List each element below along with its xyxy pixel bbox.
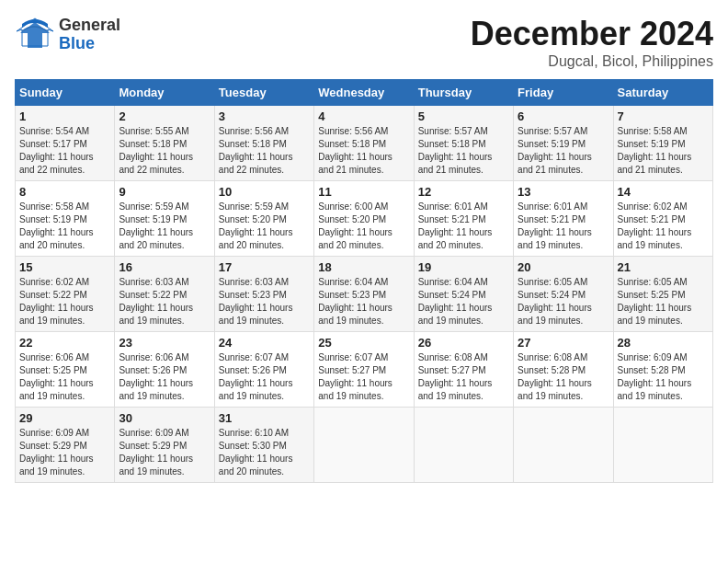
day-number: 20: [518, 260, 609, 274]
day-cell: [414, 408, 513, 483]
day-info: Sunrise: 6:09 AM Sunset: 5:29 PM Dayligh…: [119, 427, 210, 478]
week-row-3: 15Sunrise: 6:02 AM Sunset: 5:22 PM Dayli…: [16, 257, 713, 332]
day-number: 26: [418, 336, 509, 350]
day-number: 6: [518, 109, 609, 123]
logo: General Blue: [15, 15, 120, 55]
day-info: Sunrise: 5:59 AM Sunset: 5:20 PM Dayligh…: [219, 201, 310, 252]
day-number: 7: [618, 109, 709, 123]
day-info: Sunrise: 5:56 AM Sunset: 5:18 PM Dayligh…: [318, 125, 409, 177]
day-number: 27: [518, 336, 609, 350]
calendar-header-row: SundayMondayTuesdayWednesdayThursdayFrid…: [16, 80, 713, 106]
day-number: 4: [318, 109, 409, 123]
day-number: 23: [119, 336, 210, 350]
day-info: Sunrise: 6:04 AM Sunset: 5:24 PM Dayligh…: [418, 276, 509, 327]
day-cell: 4Sunrise: 5:56 AM Sunset: 5:18 PM Daylig…: [314, 106, 414, 181]
logo-general: General: [59, 17, 120, 35]
logo-icon: [15, 15, 55, 55]
location-title: Dugcal, Bicol, Philippines: [471, 53, 713, 70]
day-cell: 21Sunrise: 6:05 AM Sunset: 5:25 PM Dayli…: [613, 257, 712, 332]
day-cell: 28Sunrise: 6:09 AM Sunset: 5:28 PM Dayli…: [613, 332, 712, 408]
day-number: 1: [19, 109, 110, 123]
day-number: 14: [618, 185, 709, 199]
day-cell: 31Sunrise: 6:10 AM Sunset: 5:30 PM Dayli…: [214, 408, 313, 483]
day-cell: 1Sunrise: 5:54 AM Sunset: 5:17 PM Daylig…: [16, 106, 115, 181]
day-info: Sunrise: 5:57 AM Sunset: 5:18 PM Dayligh…: [418, 125, 509, 177]
day-info: Sunrise: 6:06 AM Sunset: 5:25 PM Dayligh…: [19, 351, 110, 403]
header-monday: Monday: [115, 80, 214, 106]
day-number: 3: [219, 109, 310, 123]
day-cell: 10Sunrise: 5:59 AM Sunset: 5:20 PM Dayli…: [214, 181, 313, 257]
page-header: General Blue December 2024 Dugcal, Bicol…: [15, 15, 713, 70]
day-info: Sunrise: 5:56 AM Sunset: 5:18 PM Dayligh…: [219, 125, 310, 177]
day-cell: 26Sunrise: 6:08 AM Sunset: 5:27 PM Dayli…: [414, 332, 513, 408]
day-info: Sunrise: 6:03 AM Sunset: 5:23 PM Dayligh…: [219, 276, 310, 327]
day-number: 15: [19, 260, 110, 274]
day-number: 18: [318, 260, 409, 274]
day-number: 29: [19, 411, 110, 425]
header-thursday: Thursday: [414, 80, 513, 106]
day-cell: 9Sunrise: 5:59 AM Sunset: 5:19 PM Daylig…: [115, 181, 214, 257]
day-number: 22: [19, 336, 110, 350]
day-cell: 6Sunrise: 5:57 AM Sunset: 5:19 PM Daylig…: [514, 106, 613, 181]
day-info: Sunrise: 5:59 AM Sunset: 5:19 PM Dayligh…: [119, 201, 210, 252]
day-cell: [613, 408, 712, 483]
logo-text: General Blue: [59, 17, 120, 53]
calendar-table: SundayMondayTuesdayWednesdayThursdayFrid…: [15, 79, 713, 483]
header-friday: Friday: [514, 80, 613, 106]
day-cell: 30Sunrise: 6:09 AM Sunset: 5:29 PM Dayli…: [115, 408, 214, 483]
day-cell: 2Sunrise: 5:55 AM Sunset: 5:18 PM Daylig…: [115, 106, 214, 181]
logo-blue: Blue: [59, 35, 120, 53]
day-cell: 7Sunrise: 5:58 AM Sunset: 5:19 PM Daylig…: [613, 106, 712, 181]
day-cell: [314, 408, 414, 483]
day-number: 28: [618, 336, 709, 350]
day-number: 24: [219, 336, 310, 350]
header-wednesday: Wednesday: [314, 80, 414, 106]
day-cell: 12Sunrise: 6:01 AM Sunset: 5:21 PM Dayli…: [414, 181, 513, 257]
day-cell: 14Sunrise: 6:02 AM Sunset: 5:21 PM Dayli…: [613, 181, 712, 257]
day-cell: 24Sunrise: 6:07 AM Sunset: 5:26 PM Dayli…: [214, 332, 313, 408]
day-info: Sunrise: 6:10 AM Sunset: 5:30 PM Dayligh…: [219, 427, 310, 478]
day-cell: 27Sunrise: 6:08 AM Sunset: 5:28 PM Dayli…: [514, 332, 613, 408]
day-number: 10: [219, 185, 310, 199]
day-info: Sunrise: 6:07 AM Sunset: 5:26 PM Dayligh…: [219, 351, 310, 403]
header-tuesday: Tuesday: [214, 80, 313, 106]
day-cell: 11Sunrise: 6:00 AM Sunset: 5:20 PM Dayli…: [314, 181, 414, 257]
day-cell: 18Sunrise: 6:04 AM Sunset: 5:23 PM Dayli…: [314, 257, 414, 332]
day-info: Sunrise: 6:09 AM Sunset: 5:29 PM Dayligh…: [19, 427, 110, 478]
title-area: December 2024 Dugcal, Bicol, Philippines: [471, 15, 713, 70]
day-number: 8: [19, 185, 110, 199]
day-info: Sunrise: 6:00 AM Sunset: 5:20 PM Dayligh…: [318, 201, 409, 252]
day-info: Sunrise: 6:04 AM Sunset: 5:23 PM Dayligh…: [318, 276, 409, 327]
day-cell: [514, 408, 613, 483]
day-cell: 5Sunrise: 5:57 AM Sunset: 5:18 PM Daylig…: [414, 106, 513, 181]
day-info: Sunrise: 5:58 AM Sunset: 5:19 PM Dayligh…: [618, 125, 709, 177]
day-info: Sunrise: 6:05 AM Sunset: 5:24 PM Dayligh…: [518, 276, 609, 327]
day-cell: 13Sunrise: 6:01 AM Sunset: 5:21 PM Dayli…: [514, 181, 613, 257]
day-cell: 25Sunrise: 6:07 AM Sunset: 5:27 PM Dayli…: [314, 332, 414, 408]
day-number: 13: [518, 185, 609, 199]
day-number: 25: [318, 336, 409, 350]
day-cell: 23Sunrise: 6:06 AM Sunset: 5:26 PM Dayli…: [115, 332, 214, 408]
day-cell: 29Sunrise: 6:09 AM Sunset: 5:29 PM Dayli…: [16, 408, 115, 483]
month-title: December 2024: [471, 15, 713, 53]
day-number: 9: [119, 185, 210, 199]
day-cell: 8Sunrise: 5:58 AM Sunset: 5:19 PM Daylig…: [16, 181, 115, 257]
day-number: 11: [318, 185, 409, 199]
header-saturday: Saturday: [613, 80, 712, 106]
day-info: Sunrise: 6:07 AM Sunset: 5:27 PM Dayligh…: [318, 351, 409, 403]
day-info: Sunrise: 6:08 AM Sunset: 5:28 PM Dayligh…: [518, 351, 609, 403]
day-number: 2: [119, 109, 210, 123]
week-row-4: 22Sunrise: 6:06 AM Sunset: 5:25 PM Dayli…: [16, 332, 713, 408]
day-cell: 20Sunrise: 6:05 AM Sunset: 5:24 PM Dayli…: [514, 257, 613, 332]
day-number: 21: [618, 260, 709, 274]
day-number: 31: [219, 411, 310, 425]
day-info: Sunrise: 6:08 AM Sunset: 5:27 PM Dayligh…: [418, 351, 509, 403]
day-number: 19: [418, 260, 509, 274]
day-number: 12: [418, 185, 509, 199]
day-number: 16: [119, 260, 210, 274]
day-info: Sunrise: 6:09 AM Sunset: 5:28 PM Dayligh…: [618, 351, 709, 403]
day-cell: 17Sunrise: 6:03 AM Sunset: 5:23 PM Dayli…: [214, 257, 313, 332]
day-cell: 22Sunrise: 6:06 AM Sunset: 5:25 PM Dayli…: [16, 332, 115, 408]
day-number: 17: [219, 260, 310, 274]
day-info: Sunrise: 6:01 AM Sunset: 5:21 PM Dayligh…: [418, 201, 509, 252]
